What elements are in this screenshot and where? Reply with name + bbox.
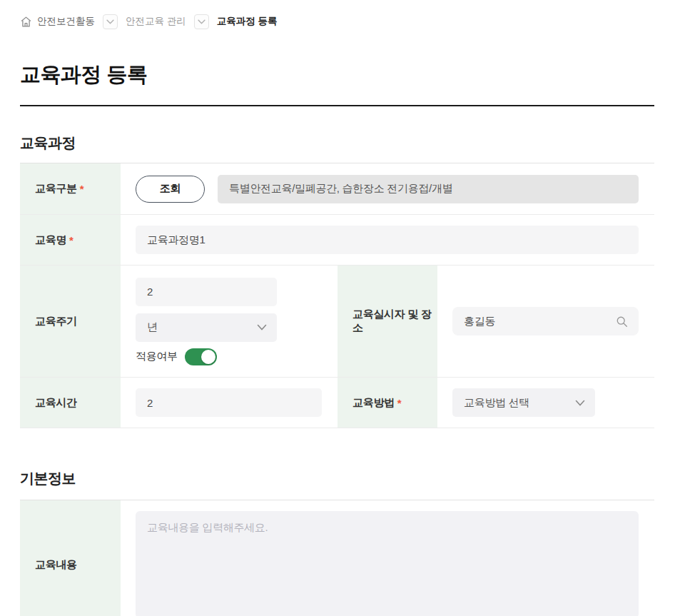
course-name-label: 교육명 <box>35 233 66 247</box>
method-select-value: 교육방법 선택 <box>464 396 529 410</box>
method-label-cell: 교육방법 * <box>338 378 437 428</box>
method-content-cell: 교육방법 선택 <box>437 378 654 428</box>
lookup-button[interactable]: 조회 <box>136 176 205 203</box>
chevron-down-icon <box>103 14 118 29</box>
category-label-cell: 교육구분 * <box>20 163 121 214</box>
course-name-input[interactable] <box>136 226 639 254</box>
content-label: 교육내용 <box>35 558 77 572</box>
row-cycle-instructor: 교육주기 년 적용여부 교육실시자 및 장소 <box>20 266 654 378</box>
chevron-down-icon <box>575 400 585 406</box>
category-value-field: 특별안전교육/밀폐공간, 습한장소 전기용접/개별 <box>218 175 639 203</box>
apply-toggle-line: 적용여부 <box>136 348 217 365</box>
instructor-input[interactable] <box>452 307 639 335</box>
breadcrumb-item-activity[interactable]: 안전보건활동 <box>37 15 95 28</box>
page-title: 교육과정 등록 <box>20 61 654 89</box>
required-mark: * <box>80 183 84 195</box>
apply-toggle-label: 적용여부 <box>136 350 178 363</box>
cycle-content-cell: 년 적용여부 <box>121 266 338 377</box>
hours-label: 교육시간 <box>35 396 77 410</box>
course-name-content-cell <box>121 215 654 265</box>
content-content-cell <box>121 500 654 616</box>
chevron-down-icon <box>257 324 267 330</box>
apply-toggle[interactable] <box>185 348 217 365</box>
section-heading-basic-info: 기본정보 <box>20 469 654 488</box>
hours-label-cell: 교육시간 <box>20 378 121 428</box>
section-heading-course: 교육과정 <box>20 133 654 153</box>
cycle-unit-value: 년 <box>147 320 158 334</box>
content-textarea[interactable] <box>136 511 639 616</box>
required-mark: * <box>69 234 73 246</box>
breadcrumb-item-education-mgmt[interactable]: 안전교육 관리 <box>126 15 186 28</box>
breadcrumb-item-current: 교육과정 등록 <box>217 15 278 28</box>
instructor-search-field <box>452 307 639 335</box>
instructor-content-cell <box>437 266 654 377</box>
cycle-label: 교육주기 <box>35 315 77 328</box>
instructor-label: 교육실시자 및 장소 <box>352 308 437 335</box>
row-category: 교육구분 * 조회 특별안전교육/밀폐공간, 습한장소 전기용접/개별 <box>20 163 654 215</box>
cycle-period-input[interactable] <box>136 278 277 306</box>
title-divider <box>20 105 654 106</box>
course-form-table: 교육구분 * 조회 특별안전교육/밀폐공간, 습한장소 전기용접/개별 교육명 … <box>20 163 654 428</box>
category-content-cell: 조회 특별안전교육/밀폐공간, 습한장소 전기용접/개별 <box>121 163 654 214</box>
instructor-label-cell: 교육실시자 및 장소 <box>338 266 437 377</box>
row-course-name: 교육명 * <box>20 215 654 266</box>
chevron-down-icon <box>194 14 209 29</box>
hours-input[interactable] <box>136 388 322 417</box>
category-label: 교육구분 <box>35 182 77 196</box>
row-content: 교육내용 <box>20 500 654 616</box>
method-label: 교육방법 <box>352 396 395 410</box>
course-name-label-cell: 교육명 * <box>20 215 121 265</box>
row-hours-method: 교육시간 교육방법 * 교육방법 선택 <box>20 378 654 428</box>
course-registration-page: 안전보건활동 안전교육 관리 교육과정 등록 교육과정 등록 교육과정 교육구분… <box>0 0 675 616</box>
content-label-cell: 교육내용 <box>20 500 121 616</box>
breadcrumb: 안전보건활동 안전교육 관리 교육과정 등록 <box>20 0 654 29</box>
cycle-label-cell: 교육주기 <box>20 266 121 377</box>
basic-info-form-table: 교육내용 <box>20 500 654 616</box>
required-mark: * <box>397 397 402 409</box>
toggle-knob <box>201 350 215 364</box>
method-select[interactable]: 교육방법 선택 <box>452 388 595 417</box>
home-icon[interactable] <box>20 16 32 28</box>
cycle-unit-select[interactable]: 년 <box>136 313 277 342</box>
hours-content-cell <box>121 378 338 428</box>
